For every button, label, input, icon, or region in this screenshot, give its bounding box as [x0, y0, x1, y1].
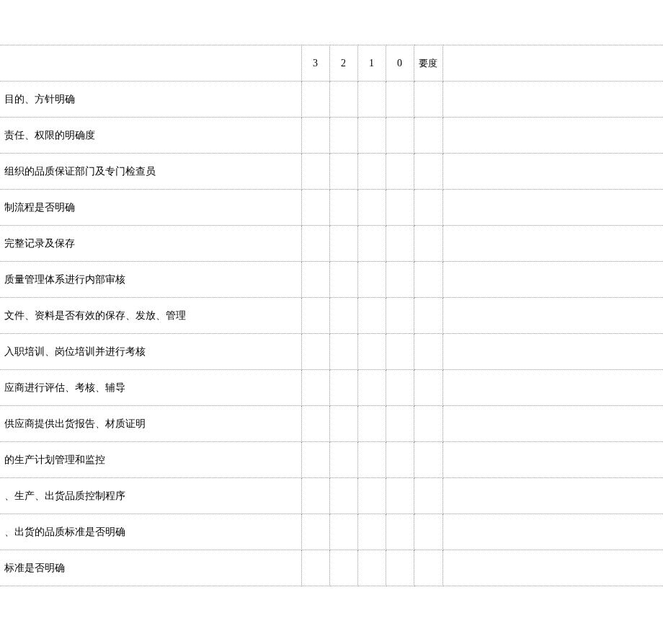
table-row: 目的、方针明确: [0, 81, 663, 118]
header-score-0: 0: [386, 45, 414, 81]
table-header-row: 3210要度: [0, 45, 663, 81]
row-desc: 目的、方针明确: [0, 81, 301, 118]
row-score-0: [386, 118, 414, 154]
row-score-2: [329, 370, 357, 406]
row-score-1: [357, 190, 386, 226]
row-yaodu: [414, 118, 442, 154]
row-score-0: [386, 298, 414, 334]
row-remark: [442, 118, 663, 154]
row-yaodu: [414, 514, 442, 550]
header-desc: [0, 45, 301, 81]
row-score-1: [357, 370, 386, 406]
row-score-3: [301, 81, 329, 118]
row-desc: 的生产计划管理和监控: [0, 442, 301, 478]
row-remark: [442, 334, 663, 370]
table-row: 入职培训、岗位培训并进行考核: [0, 334, 663, 370]
row-desc: 、出货的品质标准是否明确: [0, 514, 301, 550]
row-score-2: [329, 550, 357, 586]
row-yaodu: [414, 406, 442, 442]
row-yaodu: [414, 81, 442, 118]
table-row: 应商进行评估、考核、辅导: [0, 370, 663, 406]
row-score-3: [301, 262, 329, 298]
table-row: 组织的品质保证部门及专门检查员: [0, 154, 663, 190]
row-score-2: [329, 478, 357, 514]
row-yaodu: [414, 550, 442, 586]
row-score-0: [386, 81, 414, 118]
row-remark: [442, 442, 663, 478]
table-row: 文件、资料是否有效的保存、发放、管理: [0, 298, 663, 334]
row-score-3: [301, 478, 329, 514]
row-score-3: [301, 370, 329, 406]
row-remark: [442, 190, 663, 226]
row-score-3: [301, 514, 329, 550]
row-desc: 组织的品质保证部门及专门检查员: [0, 154, 301, 190]
row-score-2: [329, 514, 357, 550]
row-score-1: [357, 81, 386, 118]
header-remark: [442, 45, 663, 81]
row-score-0: [386, 370, 414, 406]
row-score-3: [301, 442, 329, 478]
row-score-0: [386, 262, 414, 298]
row-remark: [442, 226, 663, 262]
row-yaodu: [414, 226, 442, 262]
row-desc: 责任、权限的明确度: [0, 118, 301, 154]
table-row: 、生产、出货品质控制程序: [0, 478, 663, 514]
row-score-2: [329, 334, 357, 370]
row-score-3: [301, 190, 329, 226]
row-remark: [442, 154, 663, 190]
row-remark: [442, 514, 663, 550]
row-remark: [442, 262, 663, 298]
header-yaodu: 要度: [414, 45, 442, 81]
row-score-2: [329, 442, 357, 478]
row-score-3: [301, 118, 329, 154]
row-score-0: [386, 190, 414, 226]
row-score-1: [357, 406, 386, 442]
row-score-1: [357, 118, 386, 154]
row-score-0: [386, 154, 414, 190]
row-desc: 、生产、出货品质控制程序: [0, 478, 301, 514]
row-score-0: [386, 550, 414, 586]
row-remark: [442, 298, 663, 334]
row-yaodu: [414, 478, 442, 514]
row-desc: 标准是否明确: [0, 550, 301, 586]
table-body: 3210要度目的、方针明确责任、权限的明确度组织的品质保证部门及专门检查员制流程…: [0, 45, 663, 586]
row-score-3: [301, 406, 329, 442]
table-row: 制流程是否明确: [0, 190, 663, 226]
row-desc: 应商进行评估、考核、辅导: [0, 370, 301, 406]
row-desc: 供应商提供出货报告、材质证明: [0, 406, 301, 442]
row-score-0: [386, 226, 414, 262]
row-score-1: [357, 442, 386, 478]
row-score-1: [357, 514, 386, 550]
row-remark: [442, 370, 663, 406]
evaluation-table: 3210要度目的、方针明确责任、权限的明确度组织的品质保证部门及专门检查员制流程…: [0, 45, 663, 586]
row-yaodu: [414, 370, 442, 406]
row-desc: 完整记录及保存: [0, 226, 301, 262]
row-score-3: [301, 298, 329, 334]
row-remark: [442, 81, 663, 118]
row-yaodu: [414, 190, 442, 226]
row-score-1: [357, 154, 386, 190]
row-yaodu: [414, 298, 442, 334]
row-score-2: [329, 81, 357, 118]
table-row: 供应商提供出货报告、材质证明: [0, 406, 663, 442]
row-yaodu: [414, 262, 442, 298]
row-desc: 入职培训、岗位培训并进行考核: [0, 334, 301, 370]
row-remark: [442, 550, 663, 586]
row-score-3: [301, 550, 329, 586]
row-score-2: [329, 226, 357, 262]
row-score-2: [329, 262, 357, 298]
row-score-1: [357, 298, 386, 334]
table-row: 的生产计划管理和监控: [0, 442, 663, 478]
row-yaodu: [414, 334, 442, 370]
row-score-0: [386, 514, 414, 550]
table-row: 责任、权限的明确度: [0, 118, 663, 154]
row-score-0: [386, 478, 414, 514]
header-score-3: 3: [301, 45, 329, 81]
table-row: 标准是否明确: [0, 550, 663, 586]
row-score-1: [357, 334, 386, 370]
table-row: 质量管理体系进行内部审核: [0, 262, 663, 298]
row-score-0: [386, 442, 414, 478]
row-score-1: [357, 262, 386, 298]
row-score-3: [301, 154, 329, 190]
row-score-0: [386, 406, 414, 442]
